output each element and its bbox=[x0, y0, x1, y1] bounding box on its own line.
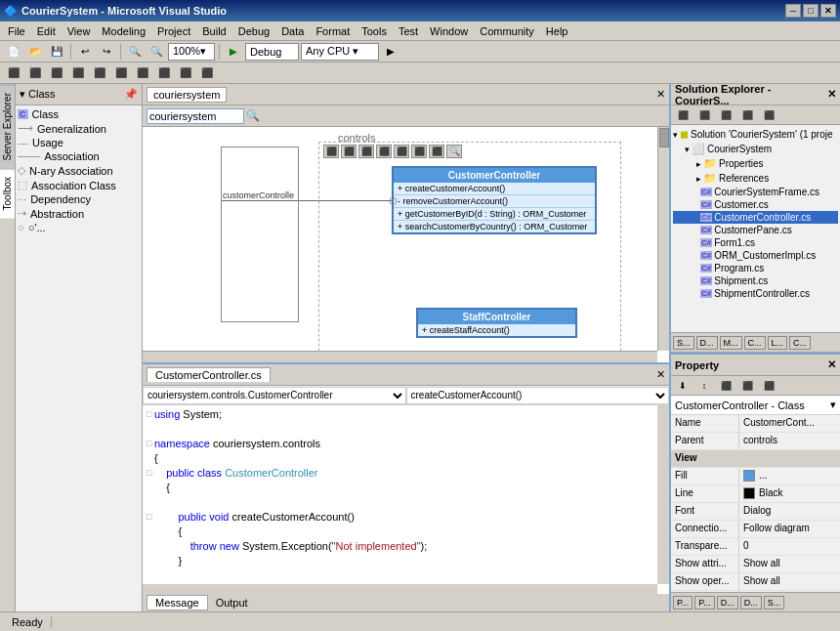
tree-cs-customerpane[interactable]: C# CustomerPane.cs bbox=[673, 224, 838, 236]
diag-tb-btn4[interactable]: ⬛ bbox=[376, 145, 392, 158]
toolbox-assoc-class[interactable]: ⬚ Association Class bbox=[18, 178, 140, 192]
menu-data[interactable]: Data bbox=[275, 23, 310, 39]
tree-cs-frame[interactable]: C# CourierSystemFrame.cs bbox=[673, 186, 838, 198]
debug-config[interactable]: Debug bbox=[245, 43, 299, 61]
close-button[interactable]: ✕ bbox=[820, 4, 836, 18]
toolbox-association[interactable]: ─── Association bbox=[18, 149, 140, 163]
menu-community[interactable]: Community bbox=[474, 23, 540, 39]
new-project-btn[interactable]: 📄 bbox=[4, 43, 23, 61]
code-nav-right[interactable]: createCustomerAccount() bbox=[406, 387, 670, 404]
tree-solution[interactable]: ▾ ◼ Solution 'CourierSystem' (1 proje bbox=[673, 127, 838, 142]
prop-tab-d1[interactable]: D... bbox=[717, 596, 738, 610]
se-tab-c2[interactable]: C... bbox=[789, 336, 811, 350]
code-nav-left[interactable]: couriersystem.controls.CustomerControlle… bbox=[143, 387, 406, 404]
tree-cs-program[interactable]: C# Program.cs bbox=[673, 262, 838, 274]
tree-cs-shipmentcontroller[interactable]: C# ShipmentController.cs bbox=[673, 287, 838, 300]
vscroll-thumb[interactable] bbox=[659, 128, 669, 147]
tree-cs-customercontroller[interactable]: C# CustomerController.cs bbox=[673, 211, 838, 224]
designer-search-input[interactable] bbox=[147, 108, 244, 124]
toolbox-generalization[interactable]: ⟶ Generalization bbox=[18, 121, 140, 136]
output-tab[interactable]: Output bbox=[208, 596, 256, 610]
save-btn[interactable]: 💾 bbox=[47, 43, 66, 61]
menu-tools[interactable]: Tools bbox=[356, 23, 393, 39]
code-hscroll[interactable] bbox=[143, 584, 657, 594]
prop-tb5[interactable]: ⬛ bbox=[759, 377, 778, 395]
tb2-btn9[interactable]: ⬛ bbox=[176, 64, 195, 82]
platform-select[interactable]: Any CPU ▾ bbox=[301, 43, 379, 61]
menu-project[interactable]: Project bbox=[151, 23, 196, 39]
tree-properties[interactable]: ▸ 📁 Properties bbox=[673, 156, 838, 171]
undo-btn[interactable]: ↩ bbox=[75, 43, 95, 61]
toolbox-class[interactable]: C Class bbox=[18, 107, 140, 121]
prop-tb2[interactable]: ↕ bbox=[694, 377, 714, 395]
prop-tab-p1[interactable]: P... bbox=[673, 596, 693, 610]
customer-controller-class[interactable]: CustomerController + createCustomerAccou… bbox=[392, 166, 597, 234]
prop-tb4[interactable]: ⬛ bbox=[737, 377, 757, 395]
se-tab-d[interactable]: D... bbox=[696, 336, 718, 350]
tree-couriersystem[interactable]: ▾ ⬜ CourierSystem bbox=[673, 142, 838, 156]
prop-close[interactable]: ✕ bbox=[827, 358, 836, 371]
menu-modeling[interactable]: Modeling bbox=[96, 23, 151, 39]
start-debug-btn[interactable]: ▶ bbox=[381, 43, 400, 61]
se-tb3[interactable]: ⬛ bbox=[716, 106, 735, 124]
redo-btn[interactable]: ↪ bbox=[97, 43, 116, 61]
open-btn[interactable]: 📂 bbox=[25, 43, 45, 61]
tb2-btn3[interactable]: ⬛ bbox=[47, 64, 66, 82]
prop-tab-s[interactable]: S... bbox=[764, 596, 785, 610]
tb2-btn1[interactable]: ⬛ bbox=[4, 64, 23, 82]
menu-debug[interactable]: Debug bbox=[232, 23, 275, 39]
menu-edit[interactable]: Edit bbox=[31, 23, 62, 39]
tree-cs-ormimpl[interactable]: C# ORM_CustomerImpl.cs bbox=[673, 249, 838, 262]
diag-tb-btn6[interactable]: ⬛ bbox=[411, 145, 427, 158]
staff-controller-class[interactable]: StaffController + createStaffAccount() bbox=[416, 308, 577, 338]
se-tb5[interactable]: ⬛ bbox=[759, 106, 778, 124]
toolbox-more[interactable]: ○ ○'... bbox=[18, 221, 140, 234]
tree-references[interactable]: ▸ 📁 References bbox=[673, 171, 838, 186]
code-panel-close[interactable]: ✕ bbox=[656, 368, 665, 381]
play-btn[interactable]: ▶ bbox=[224, 43, 243, 61]
diagram-area[interactable]: controls ⬛ ⬛ ⬛ ⬛ ⬛ ⬛ ⬛ 🔍 CustomerControl… bbox=[143, 127, 669, 362]
diag-tb-btn2[interactable]: ⬛ bbox=[341, 145, 357, 158]
tb2-btn8[interactable]: ⬛ bbox=[154, 64, 174, 82]
zoom-level[interactable]: 100%▾ bbox=[168, 43, 215, 61]
tb2-btn5[interactable]: ⬛ bbox=[90, 64, 109, 82]
diag-tb-btn3[interactable]: ⬛ bbox=[358, 145, 374, 158]
tb2-btn2[interactable]: ⬛ bbox=[25, 64, 45, 82]
tb2-btn7[interactable]: ⬛ bbox=[133, 64, 152, 82]
code-vscroll[interactable] bbox=[657, 405, 669, 584]
diag-tb-btn1[interactable]: ⬛ bbox=[323, 145, 339, 158]
menu-build[interactable]: Build bbox=[196, 23, 231, 39]
se-tb1[interactable]: ⬛ bbox=[673, 106, 693, 124]
prop-dropdown-icon[interactable]: ▾ bbox=[830, 399, 836, 411]
diag-tb-btn8[interactable]: 🔍 bbox=[446, 145, 462, 158]
se-tab-m[interactable]: M... bbox=[720, 336, 742, 350]
designer-close[interactable]: ✕ bbox=[656, 88, 665, 101]
se-tb4[interactable]: ⬛ bbox=[737, 106, 757, 124]
se-tab-c[interactable]: C... bbox=[744, 336, 766, 350]
tb2-btn6[interactable]: ⬛ bbox=[111, 64, 131, 82]
tree-cs-shipment[interactable]: C# Shipment.cs bbox=[673, 274, 838, 287]
prop-tab-p2[interactable]: P... bbox=[694, 596, 714, 610]
toolbox-abstraction[interactable]: ⇢ Abstraction bbox=[18, 206, 140, 221]
menu-window[interactable]: Window bbox=[424, 23, 474, 39]
class-panel-pin[interactable]: 📌 bbox=[124, 88, 138, 101]
se-tab-s[interactable]: S... bbox=[673, 336, 694, 350]
server-explorer-tab[interactable]: Server Explorer bbox=[0, 84, 15, 168]
prop-tab-d2[interactable]: D... bbox=[740, 596, 762, 610]
diagram-hscroll[interactable] bbox=[143, 351, 657, 362]
diag-tb-btn7[interactable]: ⬛ bbox=[429, 145, 444, 158]
restore-button[interactable]: □ bbox=[803, 4, 819, 18]
menu-test[interactable]: Test bbox=[393, 23, 424, 39]
se-close[interactable]: ✕ bbox=[827, 88, 836, 101]
zoom-in-btn[interactable]: 🔍 bbox=[147, 43, 166, 61]
tb2-btn4[interactable]: ⬛ bbox=[68, 64, 88, 82]
minimize-button[interactable]: ─ bbox=[785, 4, 801, 18]
prop-fill-btn[interactable]: ... bbox=[759, 470, 767, 481]
zoom-out-btn[interactable]: 🔍 bbox=[125, 43, 145, 61]
tb2-btn10[interactable]: ⬛ bbox=[197, 64, 217, 82]
se-tab-l[interactable]: L... bbox=[768, 336, 788, 350]
toolbox-nary[interactable]: ◇ N-ary Association bbox=[18, 163, 140, 178]
search-icon[interactable]: 🔍 bbox=[246, 109, 260, 122]
tree-cs-form1[interactable]: C# Form1.cs bbox=[673, 236, 838, 249]
prop-tb1[interactable]: ⬇ bbox=[673, 377, 693, 395]
